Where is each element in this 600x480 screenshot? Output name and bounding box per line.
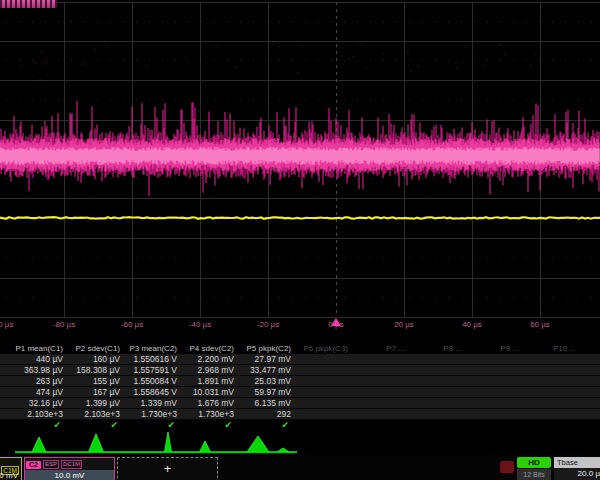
measure-row-sdev: 32.16 µV1.399 µV1.339 mV1.676 mV6.135 mV bbox=[0, 398, 600, 409]
status-check-icon: ✔ bbox=[240, 420, 297, 431]
time-tick-label: 40 µs bbox=[462, 320, 482, 329]
measure-column-header[interactable]: P3 mean(C2) bbox=[126, 343, 183, 354]
measure-cell bbox=[525, 398, 582, 408]
status-empty bbox=[297, 420, 354, 431]
oscilloscope-screen: -100 µs-80 µs-60 µs-40 µs-20 µs0 µs20 µs… bbox=[0, 0, 600, 480]
measure-header-row: P1 mean(C1)P2 sdev(C1)P3 mean(C2)P4 sdev… bbox=[0, 343, 600, 354]
measure-cell: 59.97 mV bbox=[240, 387, 297, 397]
measure-cell bbox=[525, 409, 582, 419]
timebase-descriptor[interactable]: Tbase 20.0 µs bbox=[554, 457, 600, 480]
measure-cell bbox=[468, 387, 525, 397]
time-tick-label: -40 µs bbox=[189, 320, 211, 329]
measure-cell bbox=[354, 376, 411, 386]
measure-cell: 33.477 mV bbox=[240, 365, 297, 375]
measure-column-header[interactable]: P10 ... bbox=[525, 343, 582, 354]
measure-column-header[interactable]: P5 pkpk(C2) bbox=[240, 343, 297, 354]
time-tick-label: -80 µs bbox=[53, 320, 75, 329]
trigger-descriptor-fragment[interactable] bbox=[500, 461, 514, 473]
status-check-icon: ✔ bbox=[126, 420, 183, 431]
c2-persistence-dots bbox=[21, 43, 536, 81]
c1-vertical-scale: 0 mV bbox=[0, 470, 21, 480]
measure-cell: 263 µV bbox=[12, 376, 69, 386]
measure-cell bbox=[297, 387, 354, 397]
channel-c1-descriptor[interactable]: C1M 0 mV bbox=[0, 457, 22, 480]
measure-cell: 1.339 mV bbox=[126, 398, 183, 408]
measure-cell: 2.103e+3 bbox=[12, 409, 69, 419]
measure-cell: 363.98 µV bbox=[12, 365, 69, 375]
measure-cell bbox=[297, 398, 354, 408]
histogram-trace bbox=[15, 432, 297, 452]
measure-cell: 1.557591 V bbox=[126, 365, 183, 375]
measure-cell: 155 µV bbox=[69, 376, 126, 386]
measure-cell: 6.135 mV bbox=[240, 398, 297, 408]
measure-column-header[interactable]: P7 ... bbox=[354, 343, 411, 354]
measure-cell: 25.03 mV bbox=[240, 376, 297, 386]
measure-cell bbox=[297, 409, 354, 419]
measure-cell: 160 µV bbox=[69, 354, 126, 364]
status-empty bbox=[525, 420, 582, 431]
measure-cell bbox=[525, 376, 582, 386]
measure-cell bbox=[411, 398, 468, 408]
measure-cell bbox=[354, 387, 411, 397]
measure-cell bbox=[525, 365, 582, 375]
measure-cell: 158.308 µV bbox=[69, 365, 126, 375]
measure-cell: 474 µV bbox=[12, 387, 69, 397]
measure-cell: 2.103e+3 bbox=[69, 409, 126, 419]
measure-cell: 1.891 mV bbox=[183, 376, 240, 386]
measure-cell bbox=[297, 376, 354, 386]
time-tick-label: 60 µs bbox=[530, 320, 550, 329]
add-trace-button[interactable]: + bbox=[117, 457, 218, 480]
time-axis: -100 µs-80 µs-60 µs-40 µs-20 µs0 µs20 µs… bbox=[0, 320, 600, 333]
measure-cell bbox=[525, 354, 582, 364]
hd-mode-badge[interactable]: HD 12 Bits bbox=[517, 457, 551, 480]
measure-cell bbox=[354, 354, 411, 364]
channel-c2-descriptor[interactable]: C2 ESP DC1M 10.0 mV bbox=[24, 457, 115, 480]
measure-cell: 1.676 mV bbox=[183, 398, 240, 408]
measure-column-header[interactable]: P2 sdev(C1) bbox=[69, 343, 126, 354]
time-tick-label: -100 µs bbox=[0, 320, 13, 329]
measure-cell: 440 µV bbox=[12, 354, 69, 364]
measure-cell bbox=[468, 376, 525, 386]
measure-column-header[interactable]: P9 ... bbox=[468, 343, 525, 354]
status-check-icon: ✔ bbox=[69, 420, 126, 431]
time-tick-label: -20 µs bbox=[257, 320, 279, 329]
descriptor-bar: C1M 0 mV C2 ESP DC1M 10.0 mV + HD 12 Bit… bbox=[0, 455, 600, 480]
measure-cell: 32.16 µV bbox=[12, 398, 69, 408]
measure-cell: 167 µV bbox=[69, 387, 126, 397]
measure-cell: 27.97 mV bbox=[240, 354, 297, 364]
measurement-table: P1 mean(C1)P2 sdev(C1)P3 mean(C2)P4 sdev… bbox=[0, 343, 600, 431]
c2-vertical-scale: 10.0 mV bbox=[25, 470, 114, 480]
measure-cell: 10.031 mV bbox=[183, 387, 240, 397]
measure-cell bbox=[525, 387, 582, 397]
c2-channel-badge: C2 bbox=[26, 461, 41, 469]
time-tick-label: 20 µs bbox=[394, 320, 414, 329]
measure-row-max: 474 µV167 µV1.558645 V10.031 mV59.97 mV bbox=[0, 387, 600, 398]
top-left-label-fragment bbox=[0, 0, 57, 8]
measure-cell: 292 bbox=[240, 409, 297, 419]
measure-cell bbox=[411, 387, 468, 397]
measure-cell: 2.200 mV bbox=[183, 354, 240, 364]
timebase-value: 20.0 µs bbox=[554, 468, 600, 480]
measure-column-header[interactable]: P4 sdev(C2) bbox=[183, 343, 240, 354]
measure-status-row: ✔✔✔✔✔ bbox=[0, 420, 600, 431]
measure-cell bbox=[297, 365, 354, 375]
measure-cell bbox=[411, 354, 468, 364]
status-check-icon: ✔ bbox=[12, 420, 69, 431]
time-tick-label: -60 µs bbox=[121, 320, 143, 329]
measure-column-header[interactable]: P1 mean(C1) bbox=[12, 343, 69, 354]
measure-cell bbox=[411, 376, 468, 386]
status-empty bbox=[468, 420, 525, 431]
measure-cell: 1.730e+3 bbox=[126, 409, 183, 419]
measure-cell: 1.558645 V bbox=[126, 387, 183, 397]
measure-cell: 2.968 mV bbox=[183, 365, 240, 375]
time-tick-label: 0 µs bbox=[328, 320, 343, 329]
measure-cell bbox=[468, 365, 525, 375]
measure-column-header[interactable]: P8 ... bbox=[411, 343, 468, 354]
measure-cell bbox=[411, 365, 468, 375]
measure-row-min: 263 µV155 µV1.550084 V1.891 mV25.03 mV bbox=[0, 376, 600, 387]
measure-column-header[interactable]: P6 pkpk(C3) bbox=[297, 343, 354, 354]
measure-cell bbox=[468, 354, 525, 364]
hd-label: HD bbox=[517, 457, 551, 468]
measure-row-num: 2.103e+32.103e+31.730e+31.730e+3292 bbox=[0, 409, 600, 420]
measure-cell bbox=[297, 354, 354, 364]
